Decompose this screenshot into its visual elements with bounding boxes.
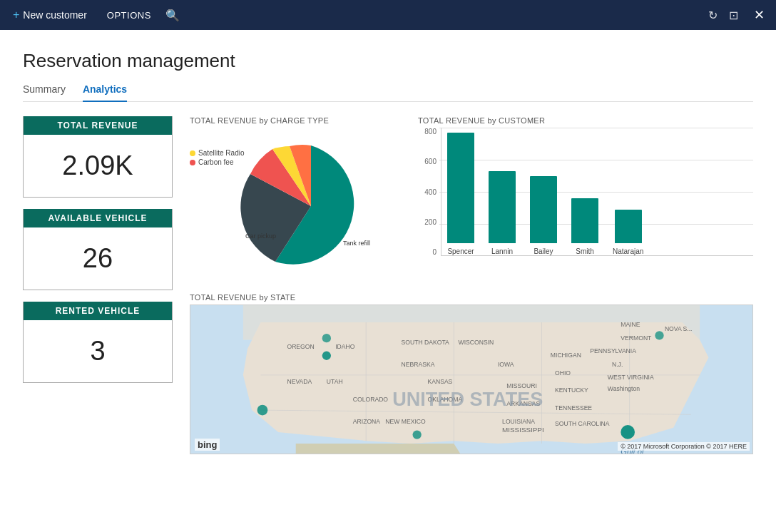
kpi-total-revenue-value: 2.09K [24, 135, 172, 197]
legend-dot-satellite [190, 150, 195, 156]
tab-summary[interactable]: Summary [23, 83, 66, 102]
svg-text:IDAHO: IDAHO [335, 343, 355, 350]
new-customer-label: New customer [23, 9, 86, 21]
svg-text:Car pickup: Car pickup [245, 232, 276, 240]
svg-text:NEBRASKA: NEBRASKA [402, 361, 435, 368]
bar-lannin: Lannin [489, 171, 516, 255]
kpi-rented-vehicle-header: RENTED VEHICLE [24, 302, 172, 320]
y-label-400: 400 [418, 188, 439, 196]
bar-natarajan-bar [615, 210, 642, 243]
refresh-icon[interactable]: ↻ [708, 9, 718, 22]
legend-label-carbon: Carbon fee [198, 158, 233, 166]
titlebar-left: + New customer OPTIONS 🔍 [7, 6, 180, 24]
svg-text:UTAH: UTAH [327, 378, 343, 385]
plus-icon: + [13, 9, 19, 21]
map-container: TOTAL REVENUE by STATE Gulf of [190, 293, 753, 454]
kpi-column: TOTAL REVENUE 2.09K AVAILABLE VEHICLE 26… [23, 116, 173, 532]
y-label-600: 600 [418, 158, 439, 165]
svg-text:KENTUCKY: KENTUCKY [555, 387, 588, 394]
svg-text:Tank refill: Tank refill [343, 240, 370, 247]
y-label-800: 800 [418, 128, 439, 135]
svg-text:OHIO: OHIO [555, 369, 571, 377]
svg-text:OREGON: OREGON [287, 343, 314, 350]
map-svg: Gulf of Maine OREGON IDAHO NEVADA UT [190, 305, 752, 454]
map-copyright: © 2017 Microsoft Corporation © 2017 HERE [618, 442, 750, 451]
kpi-total-revenue-header: TOTAL REVENUE [24, 116, 172, 135]
kpi-available-vehicle: AVAILABLE VEHICLE 26 [23, 209, 173, 290]
kpi-total-revenue: TOTAL REVENUE 2.09K [23, 116, 173, 198]
search-icon[interactable]: 🔍 [165, 9, 180, 22]
titlebar: + New customer OPTIONS 🔍 ↻ ⊡ ✕ [0, 0, 776, 30]
y-axis-labels: 0 200 400 600 800 [418, 128, 439, 256]
svg-text:NEVADA: NEVADA [287, 378, 312, 385]
bar-chart-inner: Spencer Lannin Bailey [441, 128, 753, 256]
pie-chart-title: TOTAL REVENUE by CHARGE TYPE [190, 116, 404, 125]
map-title: TOTAL REVENUE by STATE [190, 293, 753, 302]
svg-point-49 [655, 331, 663, 339]
kpi-available-vehicle-value: 26 [24, 227, 172, 290]
svg-text:VERMONT: VERMONT [621, 334, 652, 342]
svg-text:LOUISIANA: LOUISIANA [502, 418, 535, 425]
titlebar-right: ↻ ⊡ ✕ [708, 6, 769, 24]
svg-text:NEW MEXICO: NEW MEXICO [385, 418, 426, 425]
svg-point-44 [322, 352, 331, 360]
svg-text:NOVA S...: NOVA S... [665, 325, 693, 332]
svg-text:MICHIGAN: MICHIGAN [551, 352, 581, 359]
pie-svg: Tank refill Car pickup [233, 135, 389, 277]
svg-text:TENNESSEE: TENNESSEE [555, 404, 592, 411]
svg-text:WEST VIRGINIA: WEST VIRGINIA [608, 374, 654, 381]
close-icon[interactable]: ✕ [750, 6, 769, 24]
tabs: Summary Analytics [23, 83, 753, 102]
bar-spencer: Spencer [447, 133, 474, 255]
kpi-rented-vehicle-value: 3 [24, 320, 172, 382]
legend-dot-carbon [190, 160, 195, 165]
charts-top: TOTAL REVENUE by CHARGE TYPE Satellite R… [190, 116, 753, 285]
bar-bailey-label: Bailey [534, 247, 553, 255]
svg-text:N.J.: N.J. [612, 361, 623, 368]
bar-chart-container: TOTAL REVENUE by CUSTOMER 0 200 400 600 … [418, 116, 753, 285]
bar-smith-label: Smith [576, 247, 594, 255]
expand-icon[interactable]: ⊡ [729, 9, 738, 22]
new-customer-button[interactable]: + New customer [7, 6, 93, 24]
svg-text:MAINE: MAINE [621, 321, 640, 328]
svg-text:COLORADO: COLORADO [353, 396, 389, 403]
options-button[interactable]: OPTIONS [107, 10, 151, 21]
bar-spencer-bar [447, 133, 474, 243]
svg-text:SOUTH CAROLINA: SOUTH CAROLINA [555, 420, 610, 427]
kpi-available-vehicle-header: AVAILABLE VEHICLE [24, 209, 172, 227]
analytics-content: TOTAL REVENUE 2.09K AVAILABLE VEHICLE 26… [23, 116, 753, 532]
svg-point-45 [322, 334, 331, 342]
svg-text:MISSISSIPPI: MISSISSIPPI [502, 426, 544, 434]
tab-analytics[interactable]: Analytics [83, 83, 127, 102]
bar-lannin-bar [489, 171, 516, 243]
map[interactable]: Gulf of Maine OREGON IDAHO NEVADA UT [190, 305, 753, 454]
svg-text:ARIZONA: ARIZONA [353, 418, 381, 425]
bing-logo: bing [195, 439, 220, 451]
kpi-rented-vehicle: RENTED VEHICLE 3 [23, 302, 173, 383]
y-label-0: 0 [418, 248, 439, 256]
pie-chart: Satellite Radio Carbon fee [190, 128, 389, 285]
bar-bailey-bar [530, 176, 557, 243]
bar-smith-bar [571, 198, 598, 243]
charts-area: TOTAL REVENUE by CHARGE TYPE Satellite R… [190, 116, 753, 532]
bar-lannin-label: Lannin [491, 247, 513, 255]
bar-spencer-label: Spencer [447, 247, 474, 255]
svg-text:SOUTH DAKOTA: SOUTH DAKOTA [402, 339, 450, 346]
bar-natarajan: Natarajan [613, 210, 643, 255]
page: Reservation management Summary Analytics… [0, 30, 776, 532]
svg-text:UNITED STATES: UNITED STATES [392, 388, 543, 410]
pie-chart-container: TOTAL REVENUE by CHARGE TYPE Satellite R… [190, 116, 404, 285]
bar-chart: 0 200 400 600 800 [418, 128, 753, 285]
svg-point-47 [413, 430, 422, 439]
bar-bailey: Bailey [530, 176, 557, 255]
bar-chart-title: TOTAL REVENUE by CUSTOMER [418, 116, 753, 125]
svg-marker-5 [296, 444, 471, 454]
svg-text:Washington: Washington [608, 385, 640, 392]
bar-smith: Smith [571, 198, 598, 255]
svg-point-48 [621, 425, 635, 439]
svg-point-46 [257, 405, 268, 416]
svg-text:PENNSYLVANIA: PENNSYLVANIA [590, 347, 636, 354]
svg-text:KANSAS: KANSAS [427, 378, 452, 385]
page-title: Reservation management [23, 50, 753, 72]
bar-natarajan-label: Natarajan [613, 247, 643, 255]
